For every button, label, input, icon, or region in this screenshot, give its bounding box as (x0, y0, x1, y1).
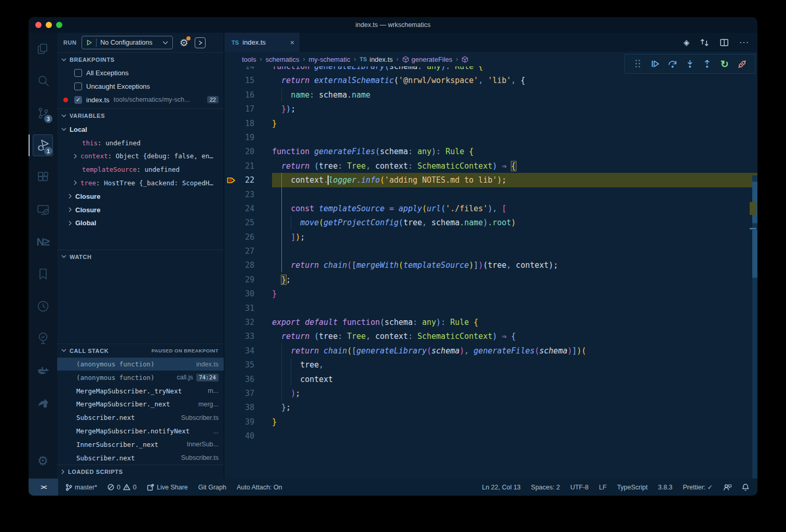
debug-settings-button[interactable]: ⚙ (178, 37, 189, 48)
code-line-30[interactable]: 30 } (224, 287, 757, 301)
code-line-37[interactable]: 37 ); (224, 386, 757, 400)
variables-section-header[interactable]: VARIABLES (57, 108, 224, 122)
gutter[interactable]: 25 (224, 216, 272, 230)
current-breakpoint-arrow-icon[interactable] (227, 177, 236, 184)
code-line-18[interactable]: 18 } (224, 116, 757, 130)
code-line-40[interactable]: 40 (224, 429, 757, 443)
code-line-34[interactable]: 34 return chain([generateLibrary(schema)… (224, 344, 757, 358)
code-line-23[interactable]: 23 (224, 187, 757, 201)
code-line-27[interactable]: 27 (224, 244, 757, 258)
restart-icon[interactable]: ↻ (719, 58, 731, 70)
breakpoint-row[interactable]: All Exceptions (57, 66, 224, 80)
code-line-28[interactable]: 28 return chain([mergeWith(templateSourc… (224, 258, 757, 272)
variables-scope-global[interactable]: Global (57, 216, 224, 230)
activity-item-search[interactable] (29, 65, 57, 97)
breadcrumb-item[interactable]: schematics (265, 56, 299, 63)
call-stack-frame[interactable]: MergeMapSubscriber._next merg... (57, 398, 224, 411)
breadcrumb-item[interactable] (462, 56, 471, 63)
call-stack-frame[interactable]: MergeMapSubscriber.notifyNext ... (57, 425, 224, 438)
call-stack-frame[interactable]: (anonymous function) call.js 74:24 (57, 371, 224, 384)
gutter[interactable]: 39 (224, 415, 272, 429)
status-item[interactable]: master* (65, 484, 97, 491)
activity-item-source-control[interactable]: 3 (29, 97, 57, 129)
status-item[interactable] (723, 484, 731, 491)
activity-item-extensions[interactable] (29, 161, 57, 194)
call-stack-frame[interactable]: (anonymous function) index.ts (57, 358, 224, 371)
gutter[interactable]: 27 (224, 244, 272, 258)
breakpoint-checkbox[interactable]: ✓ (74, 96, 82, 104)
variable-row[interactable]: context: Object {debug: false, en… (57, 149, 224, 163)
step-into-icon[interactable] (684, 58, 696, 70)
gutter[interactable]: 29 (224, 272, 272, 287)
code-line-39[interactable]: 39 } (224, 415, 757, 429)
status-item[interactable]: UTF-8 (570, 484, 588, 491)
more-actions-icon[interactable]: ··· (739, 38, 749, 47)
activity-item-docker[interactable] (29, 354, 57, 387)
variable-row[interactable]: templateSource: undefined (57, 163, 224, 176)
loaded-scripts-section-header[interactable]: LOADED SCRIPTS (57, 465, 224, 479)
code-line-25[interactable]: 25 move(getProjectConfig(tree, schema.na… (224, 216, 757, 230)
breakpoint-checkbox[interactable] (74, 83, 82, 90)
close-tab-icon[interactable]: × (290, 38, 294, 47)
gutter[interactable]: 33 (224, 330, 272, 344)
code-line-17[interactable]: 17 }); (224, 102, 757, 116)
variables-scope-closure[interactable]: Closure (57, 203, 224, 216)
code-line-16[interactable]: 16 name: schema.name (224, 88, 757, 102)
code-line-19[interactable]: 19 (224, 130, 757, 144)
breakpoint-checkbox[interactable] (74, 69, 82, 77)
gutter[interactable]: 34 (224, 344, 272, 358)
status-item[interactable]: LF (599, 484, 607, 491)
status-item[interactable]: TypeScript (617, 484, 647, 491)
status-item[interactable]: 3.8.3 (658, 484, 672, 491)
call-stack-frame[interactable]: MergeMapSubscriber._tryNext m... (57, 384, 224, 398)
code-line-33[interactable]: 33 return (tree: Tree, context: Schemati… (224, 330, 757, 344)
gutter[interactable]: 35 (224, 358, 272, 372)
variable-row[interactable]: tree: HostTree {_backend: ScopedH… (57, 176, 224, 190)
continue-icon[interactable] (649, 58, 661, 70)
status-item[interactable] (742, 483, 749, 491)
compare-icon[interactable] (700, 38, 709, 47)
code-line-21[interactable]: 21 return (tree: Tree, context: Schemati… (224, 159, 757, 173)
code-line-26[interactable]: 26 ]); (224, 230, 757, 244)
disconnect-icon[interactable] (736, 58, 748, 70)
gutter[interactable]: 21 (224, 159, 272, 173)
remote-indicator[interactable]: >< (29, 479, 58, 496)
gutter[interactable]: 14 (224, 66, 272, 74)
activity-item-share[interactable] (29, 387, 57, 419)
activity-item-run-debug[interactable]: 1 (29, 129, 57, 161)
call-stack-frame[interactable]: Subscriber.next Subscriber.ts (57, 411, 224, 425)
status-item[interactable]: Spaces: 2 (531, 484, 560, 491)
gutter[interactable]: 17 (224, 102, 272, 116)
gutter[interactable]: 20 (224, 145, 272, 159)
variable-row[interactable]: this: undefined (57, 136, 224, 149)
gutter[interactable]: 22 (224, 173, 272, 187)
code-line-22[interactable]: 22 context.logger.info('adding NOTES.md … (224, 173, 757, 187)
gutter[interactable]: 23 (224, 187, 272, 201)
status-item[interactable]: Live Share (147, 484, 188, 491)
gutter[interactable]: 28 (224, 258, 272, 272)
activity-item-time-history[interactable] (29, 290, 57, 322)
code-line-24[interactable]: 24 const templateSource = apply(url('./f… (224, 201, 757, 215)
call-stack-section-header[interactable]: CALL STACK PAUSED ON BREAKPOINT (57, 344, 224, 358)
activity-item-bookmarks[interactable] (29, 258, 57, 290)
gutter[interactable]: 38 (224, 401, 272, 415)
breakpoints-section-header[interactable]: BREAKPOINTS (57, 52, 224, 66)
debug-console-button[interactable] (195, 37, 206, 48)
gutter[interactable]: 19 (224, 130, 272, 144)
step-out-icon[interactable] (701, 58, 713, 70)
breadcrumb-item[interactable]: my-schematic (309, 56, 350, 63)
status-item[interactable]: Git Graph (198, 484, 226, 491)
code-line-29[interactable]: 29 }; (224, 272, 757, 287)
gutter[interactable]: 32 (224, 315, 272, 329)
status-item[interactable]: Ln 22, Col 13 (482, 484, 520, 491)
activity-item-test-tree[interactable] (29, 322, 57, 354)
drag-grip-icon[interactable] (632, 58, 644, 70)
status-item[interactable]: Prettier: ✓ (683, 483, 713, 491)
code-line-20[interactable]: 20 function generateFiles(schema: any): … (224, 145, 757, 159)
gutter[interactable]: 30 (224, 287, 272, 301)
status-item[interactable]: 0 0 (107, 484, 137, 491)
variables-scope-closure[interactable]: Closure (57, 189, 224, 203)
code-area[interactable]: 14 function generateLibrary(schema: any)… (224, 66, 757, 479)
breakpoint-row[interactable]: ✓ index.ts tools/schematics/my-sch... 22 (57, 93, 224, 107)
start-debug-icon[interactable] (86, 39, 92, 46)
